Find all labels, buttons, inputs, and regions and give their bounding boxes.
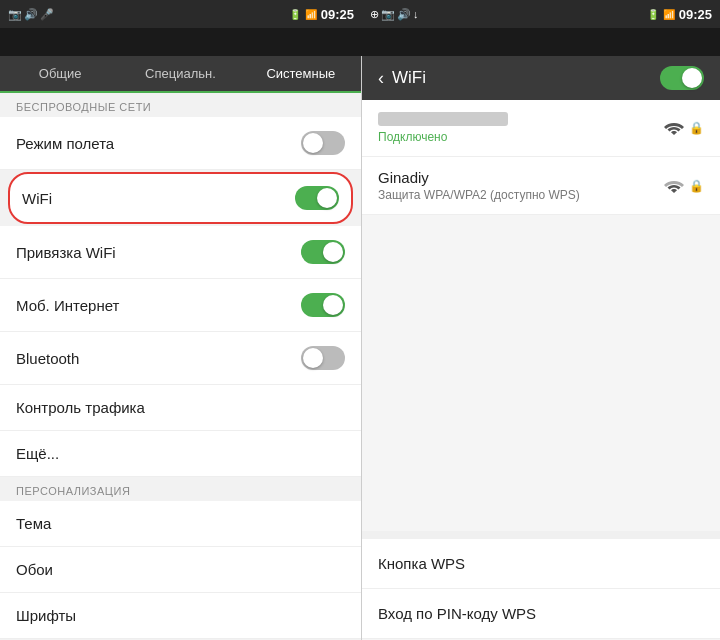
left-status-icons: 📷 🔊 🎤 xyxy=(8,8,54,21)
wifi-bind-toggle[interactable] xyxy=(301,240,345,264)
menu-item-bluetooth[interactable]: Bluetooth xyxy=(0,332,361,385)
bluetooth-toggle[interactable] xyxy=(301,346,345,370)
screenshot-icon-right: 📷 xyxy=(381,8,395,21)
tabs-bar: Общие Специальн. Системные xyxy=(0,56,361,93)
airplane-toggle[interactable] xyxy=(301,131,345,155)
wps-button-label: Кнопка WPS xyxy=(378,555,465,572)
wifi-network-connected[interactable]: Подключено 🔒 xyxy=(362,100,720,157)
back-button[interactable]: ‹ xyxy=(378,68,384,89)
mobile-internet-toggle[interactable] xyxy=(301,293,345,317)
mobile-internet-toggle-knob xyxy=(323,295,343,315)
bluetooth-label: Bluetooth xyxy=(16,350,79,367)
right-status-icons: ⊕ 📷 🔊 ↓ xyxy=(370,8,419,21)
more-label: Ещё... xyxy=(16,445,59,462)
screenshot-icon: 📷 xyxy=(8,8,22,21)
mic-icon: 🎤 xyxy=(40,8,54,21)
menu-item-theme[interactable]: Тема xyxy=(0,501,361,547)
status-bar: 📷 🔊 🎤 🔋 📶 09:25 ⊕ 📷 🔊 ↓ 🔋 📶 09:25 xyxy=(0,0,720,28)
bluetooth-toggle-knob xyxy=(303,348,323,368)
theme-label: Тема xyxy=(16,515,51,532)
volume-icon-right: 🔊 xyxy=(397,8,411,21)
menu-item-wifi-bind[interactable]: Привязка WiFi xyxy=(0,226,361,279)
download-icon: ↓ xyxy=(413,8,419,20)
context-menu-wps-button[interactable]: Кнопка WPS xyxy=(362,539,720,589)
airplane-toggle-knob xyxy=(303,133,323,153)
wifi-network-ginadiy[interactable]: Ginadiy Защита WPA/WPA2 (доступно WPS) 🔒 xyxy=(362,157,720,215)
wifi-main-toggle[interactable] xyxy=(660,66,704,90)
wifi-page-title: WiFi xyxy=(392,68,426,88)
wifi-header-left: ‹ WiFi xyxy=(378,68,426,89)
time-left: 09:25 xyxy=(321,7,354,22)
menu-item-mobile-internet[interactable]: Моб. Интернет xyxy=(0,279,361,332)
context-menu-wps-pin[interactable]: Вход по PIN-коду WPS xyxy=(362,589,720,639)
ginadiy-signal: 🔒 xyxy=(663,177,704,195)
ginadiy-name: Ginadiy xyxy=(378,169,663,186)
wifi-main-toggle-knob xyxy=(682,68,702,88)
lock-icon-connected: 🔒 xyxy=(689,121,704,135)
volume-icon: 🔊 xyxy=(24,8,38,21)
lock-icon-ginadiy: 🔒 xyxy=(689,179,704,193)
wifi-toggle-knob xyxy=(317,188,337,208)
tab-general[interactable]: Общие xyxy=(0,56,120,91)
wifi-network-list: Подключено 🔒 Ginadiy Защита WPA/WPA2 (д xyxy=(362,100,720,531)
context-menu-divider xyxy=(362,531,720,539)
menu-item-wallpaper[interactable]: Обои xyxy=(0,547,361,593)
section-header-personalization: ПЕРСОНАЛИЗАЦИЯ xyxy=(0,477,361,501)
wifi-bind-label: Привязка WiFi xyxy=(16,244,116,261)
traffic-label: Контроль трафика xyxy=(16,399,145,416)
wifi-signal-icon-connected xyxy=(663,119,685,137)
section-header-wireless: БЕСПРОВОДНЫЕ СЕТИ xyxy=(0,93,361,117)
wps-pin-label: Вход по PIN-коду WPS xyxy=(378,605,536,622)
right-panel: ‹ WiFi Подключено xyxy=(362,56,720,640)
ginadiy-security: Защита WPA/WPA2 (доступно WPS) xyxy=(378,188,663,202)
left-panel: Общие Специальн. Системные БЕСПРОВОДНЫЕ … xyxy=(0,56,362,640)
status-bar-right: ⊕ 📷 🔊 ↓ 🔋 📶 09:25 xyxy=(362,0,720,28)
signal-icon-right: 📶 xyxy=(663,9,675,20)
wifi-header: ‹ WiFi xyxy=(362,56,720,100)
connected-network-status: Подключено xyxy=(378,130,663,144)
wifi-bind-toggle-knob xyxy=(323,242,343,262)
battery-icon-left: 🔋 xyxy=(289,9,301,20)
menu-item-traffic[interactable]: Контроль трафика xyxy=(0,385,361,431)
mobile-internet-label: Моб. Интернет xyxy=(16,297,119,314)
wallpaper-label: Обои xyxy=(16,561,53,578)
charging-icon: ⊕ xyxy=(370,8,379,21)
menu-item-airplane[interactable]: Режим полета xyxy=(0,117,361,170)
battery-icon-right: 🔋 xyxy=(647,9,659,20)
menu-item-more[interactable]: Ещё... xyxy=(0,431,361,477)
wifi-toggle[interactable] xyxy=(295,186,339,210)
menu-item-wifi[interactable]: WiFi xyxy=(8,172,353,224)
connected-network-signal: 🔒 xyxy=(663,119,704,137)
wifi-label: WiFi xyxy=(22,190,52,207)
fonts-label: Шрифты xyxy=(16,607,76,624)
tab-special[interactable]: Специальн. xyxy=(120,56,240,91)
menu-item-fonts[interactable]: Шрифты xyxy=(0,593,361,639)
ginadiy-info: Ginadiy Защита WPA/WPA2 (доступно WPS) xyxy=(378,169,663,202)
signal-icon-left: 📶 xyxy=(305,9,317,20)
time-right: 09:25 xyxy=(679,7,712,22)
connected-network-info: Подключено xyxy=(378,112,663,144)
wifi-signal-icon-ginadiy xyxy=(663,177,685,195)
connected-network-name xyxy=(378,112,508,126)
airplane-label: Режим полета xyxy=(16,135,114,152)
tab-system[interactable]: Системные xyxy=(241,56,361,91)
status-bar-left: 📷 🔊 🎤 🔋 📶 09:25 xyxy=(0,0,362,28)
